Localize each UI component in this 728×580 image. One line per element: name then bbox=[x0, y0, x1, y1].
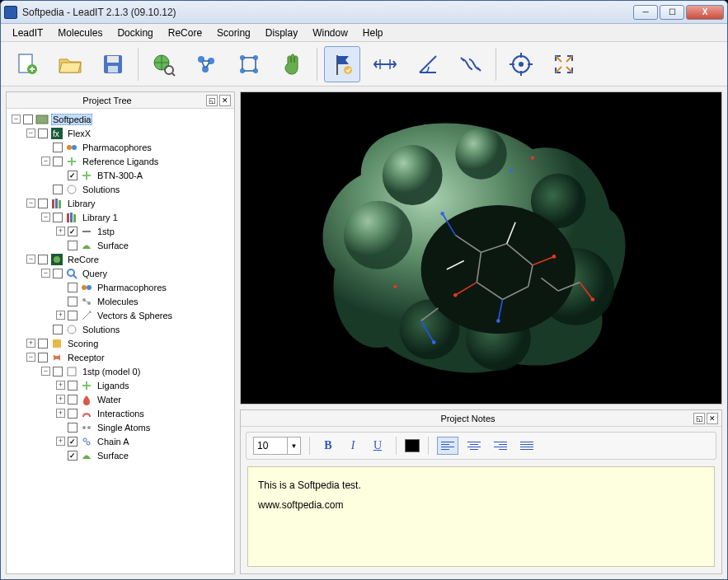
expand-toggle[interactable]: + bbox=[56, 311, 65, 320]
underline-button[interactable]: U bbox=[368, 437, 387, 455]
tree-label[interactable]: Water bbox=[96, 395, 123, 405]
close-button[interactable]: X bbox=[686, 5, 724, 20]
tree-row[interactable]: Solutions bbox=[8, 322, 232, 336]
font-size-select[interactable]: 10 ▼ bbox=[253, 437, 301, 455]
tree-checkbox[interactable] bbox=[53, 269, 63, 278]
3d-viewer[interactable] bbox=[240, 91, 722, 405]
menu-leadit[interactable]: LeadIT bbox=[6, 26, 49, 40]
tool-globe-search[interactable] bbox=[145, 46, 181, 82]
expand-toggle[interactable]: + bbox=[56, 227, 65, 236]
tree-label[interactable]: Chain A bbox=[96, 437, 131, 447]
tree-checkbox[interactable] bbox=[68, 227, 77, 236]
tree-checkbox[interactable] bbox=[38, 199, 48, 208]
tree-checkbox[interactable] bbox=[68, 395, 77, 405]
expand-toggle[interactable]: − bbox=[41, 213, 50, 222]
tree-row[interactable]: + Chain A bbox=[8, 434, 232, 448]
tool-molecule-blue[interactable] bbox=[188, 46, 224, 82]
menu-help[interactable]: Help bbox=[356, 26, 390, 40]
tree-checkbox[interactable] bbox=[53, 213, 63, 222]
dropdown-icon[interactable]: ▼ bbox=[287, 437, 300, 454]
tree-label[interactable]: Single Atoms bbox=[96, 423, 152, 433]
text-color-button[interactable] bbox=[405, 439, 420, 452]
expand-toggle[interactable]: + bbox=[56, 437, 65, 446]
expand-toggle[interactable]: + bbox=[56, 409, 65, 418]
tree-label[interactable]: Pharmacophores bbox=[96, 283, 168, 292]
align-justify-button[interactable] bbox=[516, 437, 538, 455]
tool-fullscreen[interactable] bbox=[546, 46, 582, 82]
tree-label[interactable]: Receptor bbox=[66, 353, 106, 362]
minimize-button[interactable]: ─ bbox=[633, 5, 658, 20]
tree-label[interactable]: BTN-300-A bbox=[96, 171, 144, 180]
tree-label[interactable]: Scoring bbox=[66, 339, 100, 348]
tree-label[interactable]: Library 1 bbox=[81, 213, 120, 222]
expand-toggle[interactable]: + bbox=[26, 339, 35, 348]
italic-button[interactable]: I bbox=[343, 437, 363, 455]
tree-row[interactable]: − Reference Ligands bbox=[8, 154, 232, 168]
tree-label[interactable]: Ligands bbox=[96, 381, 131, 391]
tree-checkbox[interactable] bbox=[68, 423, 77, 433]
panel-float-button[interactable]: ◱ bbox=[693, 413, 705, 424]
tool-open[interactable] bbox=[52, 46, 88, 82]
tree-row-flexx[interactable]: − fx FlexX bbox=[8, 126, 232, 140]
tree-row[interactable]: Surface bbox=[8, 238, 232, 252]
tree-label[interactable]: Surface bbox=[96, 241, 130, 250]
tree-row[interactable]: Molecules bbox=[8, 294, 232, 308]
tree-row[interactable]: Surface bbox=[8, 448, 232, 462]
tree-checkbox[interactable] bbox=[23, 115, 33, 124]
titlebar[interactable]: Softpedia - LeadIT 2.1.3 (09.10.12) ─ ☐ … bbox=[1, 1, 727, 24]
expand-toggle[interactable]: + bbox=[56, 381, 65, 390]
tree-row[interactable]: + Vectors & Spheres bbox=[8, 308, 232, 322]
tree-label[interactable]: Solutions bbox=[81, 325, 121, 334]
tree-row[interactable]: Single Atoms bbox=[8, 420, 232, 434]
tree-label[interactable]: Vectors & Spheres bbox=[96, 311, 174, 320]
tree-label[interactable]: Library bbox=[66, 199, 97, 208]
tree-checkbox[interactable] bbox=[53, 185, 63, 194]
tree-checkbox[interactable] bbox=[38, 255, 48, 264]
tool-angle[interactable] bbox=[410, 46, 446, 82]
tree-row[interactable]: + Water bbox=[8, 392, 232, 406]
tree-row[interactable]: + 1stp bbox=[8, 224, 232, 238]
menu-recore[interactable]: ReCore bbox=[162, 26, 209, 40]
tree-checkbox[interactable] bbox=[68, 437, 77, 447]
tree-label[interactable]: ReCore bbox=[66, 255, 101, 264]
menu-display[interactable]: Display bbox=[259, 26, 304, 40]
tree-row[interactable]: Pharmacophores bbox=[8, 280, 232, 294]
tree-checkbox[interactable] bbox=[38, 129, 48, 138]
expand-toggle[interactable]: − bbox=[41, 157, 50, 166]
tree-row[interactable]: Pharmacophores bbox=[8, 140, 232, 154]
tree-row-scoring[interactable]: + Scoring bbox=[8, 336, 232, 350]
tree-checkbox[interactable] bbox=[68, 451, 77, 461]
tool-flag[interactable] bbox=[324, 46, 360, 82]
tree-checkbox[interactable] bbox=[68, 381, 77, 391]
tree-row-receptor[interactable]: − Receptor bbox=[8, 350, 232, 364]
tree-label[interactable]: Reference Ligands bbox=[81, 157, 160, 166]
align-center-button[interactable] bbox=[463, 437, 485, 455]
tool-torsion[interactable] bbox=[453, 46, 489, 82]
tool-hand[interactable] bbox=[274, 46, 310, 82]
expand-toggle[interactable]: − bbox=[41, 269, 50, 278]
expand-toggle[interactable]: − bbox=[26, 353, 35, 362]
tree-row[interactable]: + Ligands bbox=[8, 378, 232, 392]
tree-row[interactable]: BTN-300-A bbox=[8, 168, 232, 182]
expand-toggle[interactable]: − bbox=[26, 129, 35, 138]
tree-checkbox[interactable] bbox=[68, 409, 77, 419]
align-left-button[interactable] bbox=[437, 437, 458, 455]
tree-row[interactable]: + Interactions bbox=[8, 406, 232, 420]
project-tree[interactable]: − Softpedia − fx FlexX Pharmacophores bbox=[7, 109, 234, 573]
tree-label[interactable]: FlexX bbox=[66, 129, 92, 138]
tool-save[interactable] bbox=[95, 46, 131, 82]
tree-label[interactable]: Pharmacophores bbox=[81, 143, 153, 152]
expand-toggle[interactable]: − bbox=[41, 367, 50, 376]
tree-checkbox[interactable] bbox=[53, 367, 63, 377]
tool-molecule-connect[interactable] bbox=[231, 46, 267, 82]
tree-label[interactable]: Query bbox=[81, 269, 109, 278]
tree-checkbox[interactable] bbox=[38, 339, 48, 348]
tree-label[interactable]: Surface bbox=[96, 451, 130, 461]
tool-new-project[interactable] bbox=[9, 46, 45, 82]
tree-checkbox[interactable] bbox=[68, 171, 77, 180]
bold-button[interactable]: B bbox=[318, 437, 338, 455]
panel-float-button[interactable]: ◱ bbox=[206, 95, 218, 106]
panel-close-button[interactable]: ✕ bbox=[707, 413, 718, 424]
tree-checkbox[interactable] bbox=[68, 297, 77, 306]
tree-label[interactable]: Solutions bbox=[81, 185, 121, 194]
